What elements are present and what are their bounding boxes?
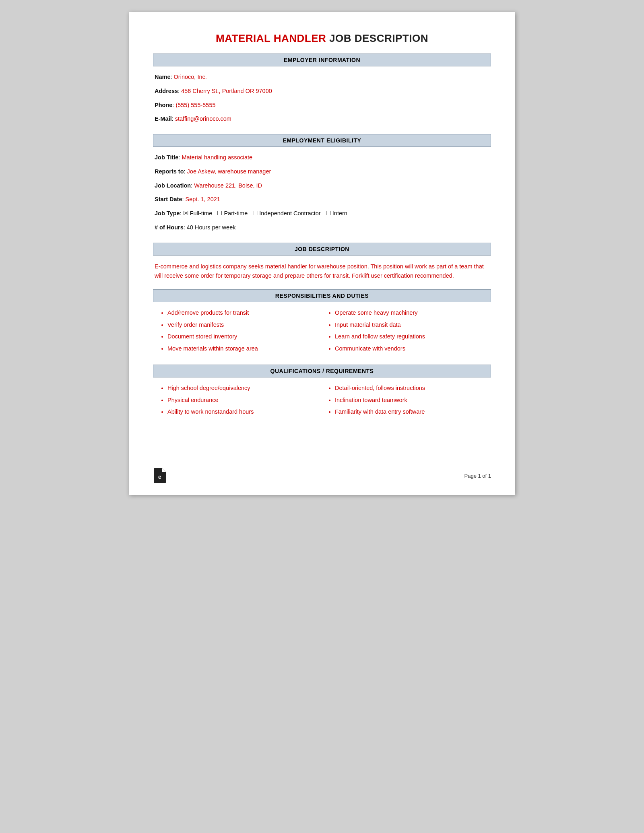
employer-info-block: Name: Orinoco, Inc. Address: 456 Cherry … <box>153 73 491 124</box>
list-item: Add/remove products for transit <box>167 309 322 318</box>
address-row: Address: 456 Cherry St., Portland OR 970… <box>155 87 489 96</box>
address-value: 456 Cherry St., Portland OR 97000 <box>181 88 272 94</box>
list-item: Move materials within storage area <box>167 344 322 353</box>
employment-eligibility-block: Job Title: Material handling associate R… <box>153 153 491 232</box>
name-value: Orinoco, Inc. <box>174 74 207 80</box>
job-location-value: Warehouse 221, Boise, ID <box>194 182 262 189</box>
job-title-value: Material handling associate <box>182 154 252 161</box>
hours-label: # of Hours <box>155 224 184 231</box>
page-number: Page 1 of 1 <box>464 473 491 479</box>
phone-label: Phone <box>155 102 172 108</box>
address-label: Address <box>155 88 178 94</box>
job-type-label: Job Type <box>155 210 180 216</box>
employment-eligibility-header: EMPLOYMENT ELIGIBILITY <box>153 134 491 147</box>
list-item: Physical endurance <box>167 396 322 405</box>
page-title: MATERIAL HANDLER JOB DESCRIPTION <box>153 32 491 45</box>
list-item: Input material transit data <box>335 321 489 330</box>
reports-to-label: Reports to <box>155 168 184 175</box>
list-item: Document stored inventory <box>167 332 322 341</box>
job-type-options: ☒ Full-time ☐ Part-time ☐ Independent Co… <box>183 210 347 216</box>
list-item: Communicate with vendors <box>335 344 489 353</box>
reports-to-row: Reports to: Joe Askew, warehouse manager <box>155 167 489 176</box>
name-row: Name: Orinoco, Inc. <box>155 73 489 82</box>
list-item: Verify order manifests <box>167 321 322 330</box>
start-date-value: Sept. 1, 2021 <box>186 196 220 202</box>
list-item: Learn and follow safety regulations <box>335 332 489 341</box>
phone-value: (555) 555-5555 <box>175 102 215 108</box>
job-title-row: Job Title: Material handling associate <box>155 153 489 162</box>
employer-info-header: EMPLOYER INFORMATION <box>153 54 491 66</box>
email-label: E-Mail <box>155 115 172 122</box>
list-item: Inclination toward teamwork <box>335 396 489 405</box>
list-item: Familiarity with data entry software <box>335 408 489 416</box>
qualifications-list: High school degree/equivalency Physical … <box>153 384 491 420</box>
job-type-row: Job Type: ☒ Full-time ☐ Part-time ☐ Inde… <box>155 209 489 218</box>
email-value: staffing@orinoco.com <box>175 115 231 122</box>
job-location-label: Job Location <box>155 182 191 189</box>
email-row: E-Mail: staffing@orinoco.com <box>155 115 489 124</box>
qualifications-col1: High school degree/equivalency Physical … <box>155 384 322 420</box>
list-item: Operate some heavy machinery <box>335 309 489 318</box>
list-item: Detail-oriented, follows instructions <box>335 384 489 393</box>
job-title-label: Job Title <box>155 154 178 161</box>
hours-value: 40 Hours per week <box>187 224 236 231</box>
title-highlight: MATERIAL HANDLER <box>216 32 326 44</box>
qualifications-col2: Detail-oriented, follows instructions In… <box>322 384 489 420</box>
list-item: Ability to work nonstandard hours <box>167 408 322 416</box>
responsibilities-col2: Operate some heavy machinery Input mater… <box>322 309 489 357</box>
svg-text:e: e <box>158 474 161 480</box>
footer: e Page 1 of 1 <box>153 468 491 484</box>
job-description-text: E-commerce and logistics company seeks m… <box>153 262 491 280</box>
name-label: Name <box>155 74 171 80</box>
start-date-label: Start Date <box>155 196 182 202</box>
responsibilities-col1: Add/remove products for transit Verify o… <box>155 309 322 357</box>
document-page: MATERIAL HANDLER JOB DESCRIPTION EMPLOYE… <box>129 12 515 495</box>
responsibilities-header: RESPONSIBILITIES AND DUTIES <box>153 289 491 302</box>
responsibilities-list: Add/remove products for transit Verify o… <box>153 309 491 357</box>
reports-to-value: Joe Askew, warehouse manager <box>187 168 271 175</box>
hours-row: # of Hours: 40 Hours per week <box>155 223 489 232</box>
list-item: High school degree/equivalency <box>167 384 322 393</box>
job-description-header: JOB DESCRIPTION <box>153 243 491 256</box>
start-date-row: Start Date: Sept. 1, 2021 <box>155 195 489 204</box>
job-location-row: Job Location: Warehouse 221, Boise, ID <box>155 181 489 190</box>
document-icon: e <box>153 468 167 484</box>
qualifications-header: QUALIFICATIONS / REQUIREMENTS <box>153 365 491 377</box>
title-normal: JOB DESCRIPTION <box>326 32 428 44</box>
phone-row: Phone: (555) 555-5555 <box>155 101 489 110</box>
